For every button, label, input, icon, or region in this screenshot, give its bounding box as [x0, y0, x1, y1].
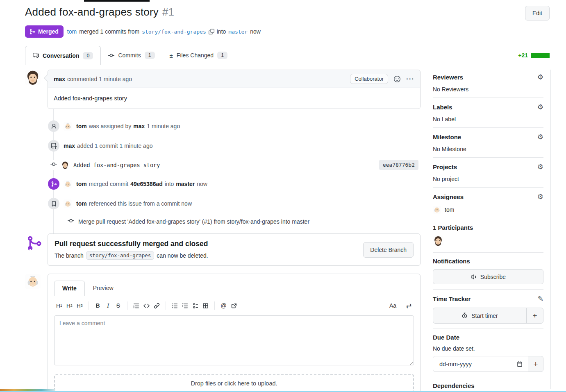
milestone-title: Milestone — [433, 134, 461, 140]
link-button[interactable] — [152, 300, 162, 311]
commit-message-link[interactable]: Added fox-and-grapes story — [73, 162, 160, 168]
collaborator-badge: Collaborator — [350, 74, 388, 84]
timeline-commit: Added fox-and-grapes story eea78776b2 — [50, 156, 421, 174]
subscribe-button[interactable]: Subscribe — [433, 269, 543, 284]
merged-panel-title: Pull request successfully merged and clo… — [55, 240, 208, 248]
main-column: max commented 1 minute ago Collaborator … — [25, 70, 421, 392]
merged-event-icon — [48, 178, 59, 190]
tom-avatar[interactable] — [25, 274, 41, 289]
milestone-section: Milestone ⚙ No Milestone — [433, 128, 543, 158]
merge-author-link[interactable]: tom — [67, 28, 77, 35]
no-project-text: No project — [433, 176, 543, 182]
tab-files-changed[interactable]: ± Files Changed 1 — [162, 46, 235, 65]
stopwatch-icon — [461, 313, 468, 319]
bullet-list-button[interactable] — [170, 300, 180, 311]
tab-conversation[interactable]: Conversation 0 — [25, 46, 101, 65]
heading2-button[interactable]: H2 — [64, 300, 75, 311]
merge-commit-message-link[interactable]: Merge pull request 'Added fox-and-grapes… — [78, 218, 309, 225]
no-due-date-text: No due date set. — [433, 345, 543, 352]
labels-section: Labels ⚙ No Label — [433, 98, 543, 128]
issue-sidebar: Reviewers ⚙ No Reviewers Labels ⚙ No Lab… — [433, 73, 543, 392]
merged-target-branch: master — [176, 181, 195, 187]
tom-avatar[interactable] — [64, 199, 72, 208]
dependencies-section: Dependencies No dependencies set. — [433, 377, 543, 392]
projects-title: Projects — [433, 163, 457, 170]
comment-author-link[interactable]: max — [54, 76, 65, 82]
projects-gear-icon[interactable]: ⚙ — [537, 163, 543, 171]
issue-number: #1 — [162, 6, 174, 18]
assigned-user-link[interactable]: tom — [76, 123, 87, 129]
tom-avatar — [433, 206, 441, 214]
files-count-badge: 1 — [217, 52, 227, 59]
bold-button[interactable]: B — [93, 300, 103, 311]
calendar-icon[interactable] — [517, 361, 523, 367]
tab-commits[interactable]: Commits 1 — [101, 46, 162, 65]
comment-textarea[interactable] — [54, 315, 414, 365]
time-tracker-pencil-icon[interactable]: ✎ — [538, 295, 543, 303]
strikethrough-button[interactable]: S — [113, 300, 123, 311]
commit-sha-badge[interactable]: eea78776b2 — [379, 160, 418, 170]
milestone-gear-icon[interactable]: ⚙ — [537, 133, 543, 141]
pull-request-page: Added fox-and-grapes story #1 Edit Merge… — [0, 0, 566, 392]
timeline-assigned: tom was assigned by max 1 minute ago — [25, 116, 421, 136]
file-dropzone[interactable]: Drop files or click here to upload. — [54, 374, 414, 392]
tom-avatar[interactable] — [64, 122, 72, 131]
tom-avatar[interactable] — [64, 180, 72, 188]
reviewers-gear-icon[interactable]: ⚙ — [537, 73, 543, 82]
merger-user-link[interactable]: tom — [76, 181, 87, 187]
time-tracker-section: Time Tracker ✎ Start timer + — [433, 290, 543, 329]
timeline: tom was assigned by max 1 minute ago max… — [25, 115, 421, 230]
text-size-icon[interactable]: Aa — [388, 300, 398, 311]
add-due-date-button[interactable]: + — [528, 356, 543, 372]
committer-user-link[interactable]: max — [64, 143, 75, 149]
assignee-tom[interactable]: tom — [433, 206, 543, 214]
switch-editor-icon[interactable]: ⇄ — [404, 300, 414, 311]
delete-branch-button[interactable]: Delete Branch — [363, 242, 414, 258]
numbered-list-button[interactable] — [180, 300, 190, 311]
merged-panel: Pull request successfully merged and clo… — [48, 233, 421, 266]
code-button[interactable] — [141, 300, 152, 311]
preview-tab[interactable]: Preview — [85, 280, 122, 296]
table-button[interactable] — [200, 300, 211, 311]
start-timer-button[interactable]: Start timer — [433, 308, 526, 323]
add-reaction-icon[interactable] — [394, 76, 400, 82]
reviewers-title: Reviewers — [433, 74, 463, 81]
reference-button[interactable] — [229, 300, 239, 311]
add-time-button[interactable]: + — [526, 308, 543, 323]
max-avatar[interactable] — [25, 70, 41, 85]
participants-title: 1 Participants — [433, 224, 473, 231]
target-branch-link[interactable]: master — [228, 29, 248, 35]
editor-tab-bar: Write Preview — [48, 274, 420, 296]
comment-header: max commented 1 minute ago Collaborator … — [48, 70, 420, 88]
participant-max-avatar[interactable] — [433, 236, 443, 246]
no-milestone-text: No Milestone — [433, 146, 543, 152]
referencer-user-link[interactable]: tom — [76, 200, 87, 207]
mention-button[interactable]: @ — [218, 300, 229, 311]
heading3-button[interactable]: H3 — [75, 300, 85, 311]
commit-icon — [68, 218, 74, 225]
copy-branch-icon[interactable] — [209, 29, 214, 34]
italic-button[interactable]: I — [103, 300, 113, 311]
assignees-section: Assignees ⚙ tom — [433, 188, 543, 219]
time-tracker-title: Time Tracker — [433, 295, 471, 302]
assignees-gear-icon[interactable]: ⚙ — [537, 193, 543, 201]
write-tab[interactable]: Write — [54, 281, 85, 296]
labels-gear-icon[interactable]: ⚙ — [537, 103, 543, 111]
merged-panel-row: Pull request successfully merged and clo… — [25, 233, 421, 266]
assigner-user-link[interactable]: max — [133, 123, 145, 129]
into-text: into — [217, 28, 226, 35]
heading1-button[interactable]: H1 — [54, 300, 64, 311]
diff-stat: +21 — [518, 46, 550, 65]
edit-button[interactable]: Edit — [525, 6, 550, 20]
git-merge-icon — [29, 29, 35, 35]
max-avatar-small[interactable] — [61, 161, 69, 169]
due-date-title: Due Date — [433, 334, 459, 341]
merge-action-text: merged 1 commits from — [79, 28, 139, 35]
due-date-input[interactable] — [439, 360, 517, 368]
task-list-button[interactable] — [190, 300, 200, 311]
quote-button[interactable] — [131, 300, 141, 311]
sidebar-divider-line — [550, 70, 551, 389]
source-branch-link[interactable]: story/fox-and-grapes — [142, 29, 206, 35]
diff-icon: ± — [170, 52, 173, 59]
comment-options-icon[interactable]: ··· — [406, 75, 414, 83]
